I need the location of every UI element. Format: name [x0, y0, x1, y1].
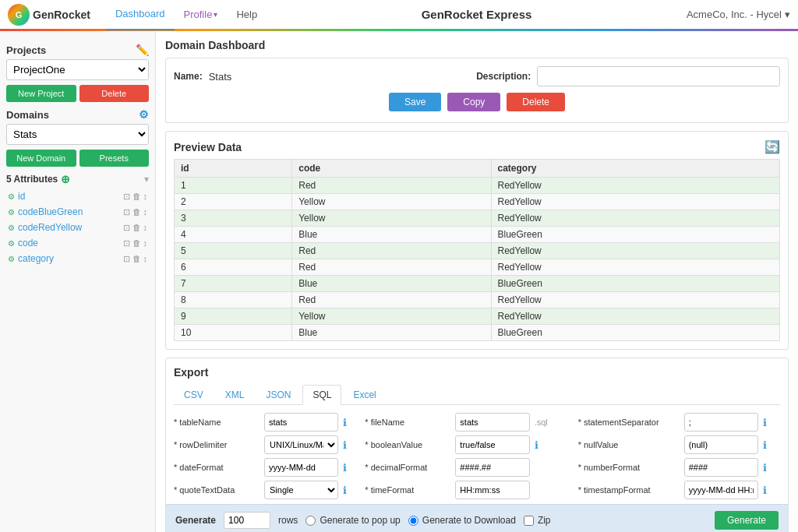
attr-move-id[interactable]: ↕ — [143, 192, 148, 202]
attr-move-codeBlueGreen[interactable]: ↕ — [143, 207, 148, 217]
nav-help[interactable]: Help — [227, 0, 267, 30]
attr-delete-codeRedYellow[interactable]: 🗑 — [132, 223, 141, 233]
generate-button[interactable]: Generate — [715, 511, 779, 530]
statementSeparator-info-icon[interactable]: ℹ — [763, 417, 780, 428]
projects-section-title: Projects ✏️ — [6, 44, 149, 56]
attribute-name-category[interactable]: ⚙ category — [8, 253, 54, 264]
numberFormat-info-icon[interactable]: ℹ — [763, 462, 780, 474]
new-project-button[interactable]: New Project — [6, 85, 76, 102]
save-button[interactable]: Save — [389, 93, 441, 111]
tableName-info-icon[interactable]: ℹ — [343, 417, 360, 428]
user-info[interactable]: AcmeCo, Inc. - Hycel ▾ — [687, 9, 790, 20]
statementSeparator-input[interactable] — [684, 413, 758, 432]
booleanValue-input[interactable] — [455, 435, 529, 454]
attr-copy-codeRedYellow[interactable]: ⊡ — [123, 223, 130, 233]
popup-label[interactable]: Generate to pop up — [320, 515, 400, 526]
attribute-item-codeBlueGreen: ⚙ codeBlueGreen ⊡ 🗑 ↕ — [6, 204, 149, 220]
attr-move-codeRedYellow[interactable]: ↕ — [143, 223, 148, 233]
rowDelimiter-select[interactable]: UNIX/Linux/Mac-LF — [264, 435, 338, 454]
attr-copy-id[interactable]: ⊡ — [123, 192, 130, 202]
new-domain-button[interactable]: New Domain — [6, 150, 76, 167]
attr-copy-codeBlueGreen[interactable]: ⊡ — [123, 207, 130, 217]
tab-excel[interactable]: Excel — [343, 385, 386, 404]
decimalFormat-input[interactable] — [455, 458, 529, 477]
tab-json[interactable]: JSON — [256, 385, 301, 404]
popup-radio[interactable] — [305, 516, 316, 526]
domains-icon[interactable]: ⚙ — [139, 108, 149, 121]
attributes-header: 5 Attributes ⊕ ▾ — [6, 173, 149, 185]
zip-checkbox-group: Zip — [524, 515, 551, 526]
attribute-item-category: ⚙ category ⊡ 🗑 ↕ — [6, 251, 149, 266]
table-row: 10BlueBlueGreen — [175, 325, 780, 341]
presets-button[interactable]: Presets — [79, 150, 150, 167]
attr-move-code[interactable]: ↕ — [143, 238, 148, 248]
tab-xml[interactable]: XML — [215, 385, 255, 404]
table-row: 8RedRedYellow — [175, 292, 780, 308]
table-row: 6RedRedYellow — [175, 259, 780, 276]
download-label[interactable]: Generate to Download — [422, 515, 516, 526]
delete-project-button[interactable]: Delete — [79, 85, 150, 102]
rows-label: rows — [278, 515, 298, 526]
attr-delete-code[interactable]: 🗑 — [132, 238, 141, 248]
tab-csv[interactable]: CSV — [174, 385, 214, 404]
domain-action-buttons: Save Copy Delete — [174, 93, 780, 111]
booleanValue-label: * booleanValue — [365, 440, 450, 449]
edit-project-icon[interactable]: ✏️ — [136, 44, 149, 56]
attribute-name-codeBlueGreen[interactable]: ⚙ codeBlueGreen — [8, 206, 83, 217]
attribute-name-id[interactable]: ⚙ id — [8, 191, 25, 202]
tab-sql[interactable]: SQL — [302, 385, 341, 405]
dateFormat-info-icon[interactable]: ℹ — [343, 462, 360, 474]
preview-title: Preview Data — [174, 141, 242, 153]
domains-section-title: Domains ⚙ — [6, 108, 149, 121]
quoteTextData-info-icon[interactable]: ℹ — [343, 484, 360, 496]
attr-delete-category[interactable]: 🗑 — [132, 254, 141, 264]
zip-checkbox[interactable] — [524, 516, 534, 526]
booleanValue-info-icon[interactable]: ℹ — [535, 439, 574, 451]
attr-actions-category: ⊡ 🗑 ↕ — [123, 254, 148, 264]
numberFormat-input[interactable] — [684, 458, 758, 477]
attr-copy-code[interactable]: ⊡ — [123, 238, 130, 248]
timeFormat-label: * timeFormat — [365, 485, 450, 495]
attribute-name-codeRedYellow[interactable]: ⚙ codeRedYellow — [8, 222, 82, 233]
table-row: 5RedRedYellow — [175, 243, 780, 259]
generate-count-input[interactable] — [224, 512, 270, 529]
tableName-input[interactable] — [264, 413, 338, 432]
quoteTextData-select[interactable]: Single — [264, 481, 338, 499]
nullValue-input[interactable] — [684, 435, 758, 454]
nav-profile[interactable]: Profile ▾ — [175, 0, 228, 30]
attr-gear-id: ⚙ — [8, 192, 15, 201]
zip-label[interactable]: Zip — [538, 515, 551, 526]
timestampFormat-info-icon[interactable]: ℹ — [763, 484, 780, 496]
nav-dashboard[interactable]: Dashboard — [106, 0, 175, 30]
table-row: 1RedRedYellow — [175, 178, 780, 194]
domain-dashboard-panel: Name: Stats Description: Save Copy Delet… — [165, 58, 789, 123]
attr-gear-code: ⚙ — [8, 239, 15, 248]
attr-delete-id[interactable]: 🗑 — [132, 192, 141, 202]
copy-button[interactable]: Copy — [447, 93, 500, 111]
dateFormat-input[interactable] — [264, 458, 338, 477]
tableName-label: * tableName — [174, 417, 260, 427]
attr-move-category[interactable]: ↕ — [143, 254, 148, 264]
project-select[interactable]: ProjectOne — [6, 59, 149, 80]
download-radio[interactable] — [408, 516, 418, 526]
timestampFormat-input[interactable] — [684, 481, 758, 499]
attr-copy-category[interactable]: ⊡ — [123, 254, 130, 264]
content-area: Domain Dashboard Name: Stats Description… — [156, 31, 798, 532]
collapse-attributes-icon[interactable]: ▾ — [144, 174, 149, 185]
attribute-name-code[interactable]: ⚙ code — [8, 238, 38, 248]
attr-delete-codeBlueGreen[interactable]: 🗑 — [132, 207, 141, 217]
refresh-icon[interactable]: 🔄 — [764, 139, 780, 154]
attribute-item-code: ⚙ code ⊡ 🗑 ↕ — [6, 235, 149, 251]
description-input[interactable] — [537, 66, 780, 86]
delete-domain-button[interactable]: Delete — [507, 93, 565, 111]
table-header-row: id code category — [175, 160, 780, 178]
rowDelimiter-info-icon[interactable]: ℹ — [343, 439, 360, 451]
table-row: 3YellowRedYellow — [175, 210, 780, 227]
domain-name-value: Stats — [209, 71, 232, 83]
nullValue-info-icon[interactable]: ℹ — [763, 439, 780, 451]
domain-select[interactable]: Stats — [6, 124, 149, 145]
fileName-input[interactable] — [455, 413, 529, 432]
attr-gear-category: ⚙ — [8, 255, 15, 263]
add-attribute-icon[interactable]: ⊕ — [61, 173, 70, 185]
timeFormat-input[interactable] — [455, 481, 529, 499]
